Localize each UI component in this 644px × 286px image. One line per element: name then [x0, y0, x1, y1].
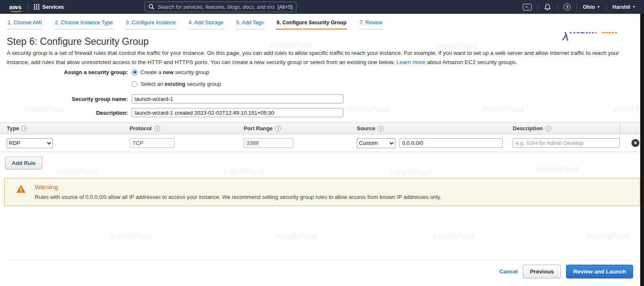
security-rule-row: RDP Custom ✕	[0, 134, 640, 152]
search-icon	[148, 4, 155, 10]
intellipaat-watermark: IntelliPaat	[433, 231, 474, 241]
aws-smile-arc	[10, 9, 23, 12]
assign-security-group-label: Assign a security group:	[0, 69, 128, 75]
page-description-tail: about Amazon EC2 security groups.	[426, 59, 517, 65]
page-description: A security group is a set of firewall ru…	[7, 49, 638, 67]
services-menu-button[interactable]: Services	[34, 4, 64, 10]
rules-table-header: Type i Protocol i Port Range i Source i …	[0, 122, 640, 134]
intellipaat-watermark: IntelliPaat	[347, 104, 389, 114]
page-title: Step 6: Configure Security Group	[7, 36, 149, 47]
help-icon: ?	[564, 3, 571, 10]
learn-more-link[interactable]: Learn more	[396, 59, 425, 65]
nav-divider	[28, 3, 28, 11]
window-edge-strip	[640, 0, 644, 286]
intellipaat-watermark: IntelliPaat	[110, 231, 151, 241]
security-group-description-input[interactable]	[132, 108, 343, 117]
rule-protocol-input	[130, 138, 174, 148]
rule-source-cidr-input[interactable]	[399, 138, 503, 148]
region-selector[interactable]: Ohio ▼	[583, 4, 600, 10]
tab-add-tags[interactable]: 5. Add Tags	[236, 14, 265, 30]
nav-right-group: >_ ? Ohio ▼ Harshil ▼	[523, 3, 636, 11]
intellipaat-watermark: IntelliPaat	[482, 104, 524, 114]
nav-divider	[557, 3, 558, 11]
info-icon[interactable]: i	[21, 126, 27, 131]
aws-logo[interactable]: aws	[9, 3, 22, 10]
intellipaat-watermark: IntelliPaat	[390, 167, 431, 178]
wizard-steps-bar: 1. Choose AMI 2. Choose Instance Type 3.…	[0, 14, 637, 32]
tab-configure-security-group[interactable]: 6. Configure Security Group	[276, 14, 348, 30]
add-rule-button[interactable]: Add Rule	[5, 157, 42, 170]
chevron-down-icon: ▼	[597, 5, 600, 9]
radio-create-new-label[interactable]: Create a new security group	[140, 69, 209, 75]
previous-button[interactable]: Previous	[523, 265, 561, 278]
search-placeholder: Search for services, features, blogs, do…	[158, 4, 275, 10]
tab-choose-ami[interactable]: 1. Choose AMI	[7, 14, 43, 30]
tab-configure-instance[interactable]: 3. Configure Instance	[125, 14, 177, 30]
footer-actions: Cancel Previous Review and Launch	[499, 265, 633, 278]
rule-source-type-select[interactable]: Custom	[357, 138, 395, 148]
notifications-button[interactable]	[544, 3, 551, 11]
warning-message: Rules with source of 0.0.0.0/0 allow all…	[35, 194, 441, 200]
column-header-port-range: Port Range	[244, 125, 273, 131]
column-header-source: Source	[357, 125, 375, 131]
account-name: Harshil	[613, 4, 630, 10]
radio-create-new-security-group[interactable]	[132, 70, 138, 75]
intellipaat-watermark: IntelliPaat	[537, 164, 578, 174]
tab-add-storage[interactable]: 4. Add Storage	[188, 14, 224, 30]
global-search-input[interactable]: Search for services, features, blogs, do…	[145, 2, 296, 12]
info-icon[interactable]: i	[378, 126, 384, 131]
services-label: Services	[42, 4, 64, 10]
radio-select-existing-security-group[interactable]	[132, 81, 138, 87]
rule-type-select[interactable]: RDP	[7, 138, 53, 148]
column-header-type: Type	[7, 125, 19, 131]
intellipaat-watermark: IntelliPaat	[587, 231, 628, 241]
intellipaat-watermark: IntelliPaat	[56, 167, 97, 177]
page-description-text: A security group is a set of firewall ru…	[7, 50, 619, 65]
radio-select-existing-label[interactable]: Select an existing security group	[140, 81, 221, 87]
info-icon[interactable]: i	[154, 126, 160, 131]
intellipaat-watermark: IntelliPaat	[223, 167, 265, 177]
tab-choose-instance-type[interactable]: 2. Choose Instance Type	[54, 14, 114, 30]
nav-divider	[606, 3, 607, 11]
warning-banner: Warning Rules with source of 0.0.0.0/0 a…	[4, 178, 640, 206]
intellipaat-watermark: IntelliPaat	[276, 231, 317, 241]
description-label: Description:	[0, 110, 128, 116]
nav-divider	[576, 3, 577, 11]
chevron-down-icon: ▼	[632, 5, 636, 9]
cloudshell-terminal-icon: >_	[523, 4, 532, 10]
remove-rule-button[interactable]: ✕	[631, 139, 639, 147]
bell-icon	[544, 3, 551, 11]
top-navigation-bar: aws Services Search for services, featur…	[0, 0, 644, 14]
tab-review[interactable]: 7. Review	[358, 14, 383, 30]
help-button[interactable]: ?	[564, 3, 571, 10]
rule-description-input[interactable]	[513, 138, 620, 148]
warning-title: Warning	[35, 183, 58, 191]
rule-port-range-input	[244, 138, 293, 148]
column-header-description: Description	[513, 125, 543, 131]
warning-triangle-icon	[16, 184, 26, 193]
cancel-button[interactable]: Cancel	[499, 268, 518, 275]
info-icon[interactable]: i	[545, 126, 551, 131]
footer-divider	[7, 260, 640, 260]
account-menu[interactable]: Harshil ▼	[613, 4, 636, 10]
review-and-launch-button[interactable]: Review and Launch	[566, 265, 633, 278]
cloudshell-button[interactable]: >_	[523, 4, 532, 10]
region-name: Ohio	[583, 4, 595, 10]
search-shortcut: [Alt+S]	[278, 4, 293, 10]
info-icon[interactable]: i	[275, 126, 281, 131]
security-rules-table: Type i Protocol i Port Range i Source i …	[0, 122, 640, 152]
nav-divider	[538, 3, 538, 11]
intellipaat-watermark: IntelliPaat	[613, 104, 644, 114]
column-header-protocol: Protocol	[130, 125, 152, 131]
security-group-name-label: Security group name:	[0, 96, 128, 102]
services-grid-icon	[34, 4, 39, 10]
security-group-name-input[interactable]	[132, 94, 343, 103]
